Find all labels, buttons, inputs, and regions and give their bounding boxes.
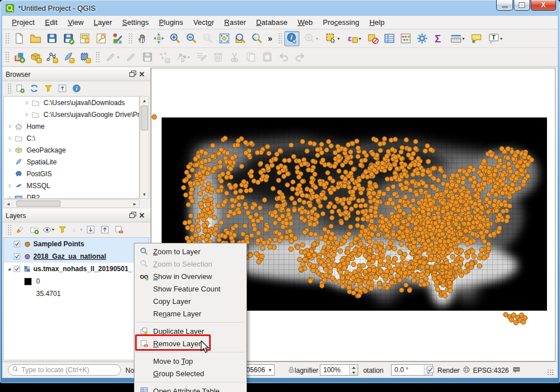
expander-collapsed-icon[interactable] [23, 99, 31, 106]
text-annotation-button[interactable]: T▾ [485, 31, 505, 46]
magnifier-spinbox[interactable]: 100% [320, 364, 358, 376]
expand-all-button[interactable] [84, 223, 97, 236]
processing-toolbox-button[interactable] [414, 31, 429, 46]
dropdown-arrow[interactable]: ▾ [52, 227, 54, 232]
spin-buttons[interactable] [349, 365, 358, 375]
zoom-in-button[interactable] [167, 31, 183, 46]
menu-layer[interactable]: Layer [89, 16, 118, 28]
expander-collapsed-icon[interactable] [6, 135, 14, 142]
browser-item-db2[interactable]: DB2DB2 [4, 191, 139, 199]
browser-item-c-users-ujaval-downloads[interactable]: C:\Users\ujaval\Downloads [4, 97, 139, 108]
menu-item-move-to-top[interactable]: Move to Top [134, 355, 246, 367]
browser-item-mssql[interactable]: MSSQL [4, 180, 139, 191]
dropdown-arrow[interactable]: ▾ [316, 36, 318, 41]
title-bar[interactable]: *Untitled Project - QGIS [0, 0, 560, 16]
layer-visibility-checkbox[interactable] [13, 265, 22, 273]
menu-project[interactable]: Project [7, 16, 40, 28]
browser-item-postgis[interactable]: PostGIS [4, 168, 139, 180]
float-panel-icon[interactable] [127, 211, 137, 220]
browser-vertical-scrollbar[interactable]: ▲ ▼ [140, 96, 149, 199]
map-tips-button[interactable] [468, 31, 484, 46]
collapse-all-button[interactable] [98, 223, 111, 236]
dropdown-arrow[interactable]: ▾ [117, 55, 119, 60]
messages-icon[interactable] [512, 365, 521, 376]
browser-item-c-users-ujaval-google-drive-pro[interactable]: C:\Users\ujaval\Google Drive\Pro [4, 108, 139, 120]
expander-collapsed-icon[interactable] [6, 182, 14, 189]
locator-search-box[interactable]: Type to locate (Ctrl+K) [8, 364, 121, 376]
toolbar-handle[interactable] [128, 32, 133, 45]
toolbar-handle[interactable] [7, 224, 12, 236]
zoom-out-button[interactable] [184, 31, 199, 46]
layer-styling-button[interactable] [14, 223, 27, 236]
new-project-button[interactable] [11, 31, 27, 46]
field-calculator-button[interactable] [398, 31, 413, 46]
new-virtual-layer-button[interactable]: * [77, 50, 92, 65]
deselect-features-button[interactable] [365, 31, 380, 46]
browser-collapse-all-button[interactable] [56, 82, 69, 95]
filter-legend-button[interactable] [56, 223, 69, 236]
zoom-to-selection-button[interactable] [249, 31, 264, 46]
open-project-button[interactable] [28, 31, 43, 46]
toolbar-handle[interactable] [5, 51, 10, 63]
float-panel-icon[interactable] [127, 70, 137, 79]
zoom-to-layer-button[interactable] [233, 31, 248, 46]
expander-collapsed-icon[interactable] [23, 111, 31, 118]
menu-plugins[interactable]: Plugins [154, 16, 188, 28]
menu-vector[interactable]: Vector [188, 16, 219, 28]
menu-item-show-feature-count[interactable]: Show Feature Count [134, 282, 246, 295]
menu-web[interactable]: Web [293, 16, 318, 28]
new-shapefile-layer-button[interactable]: * [44, 50, 59, 65]
menu-help[interactable]: Help [364, 16, 390, 28]
toolbar-handle[interactable] [95, 51, 100, 63]
browser-properties-button[interactable]: i [70, 82, 83, 95]
layer-visibility-checkbox[interactable] [13, 252, 22, 260]
minimize-button[interactable] [496, 0, 513, 11]
browser-refresh-button[interactable] [28, 82, 41, 95]
dropdown-arrow[interactable]: ▾ [188, 55, 190, 60]
close-panel-icon[interactable]: ✕ [137, 211, 147, 220]
open-attribute-table-button[interactable] [381, 31, 397, 46]
menu-item-zoom-to-layer[interactable]: Zoom to Layer [134, 245, 246, 258]
save-project-button[interactable] [44, 31, 59, 46]
browser-item-home[interactable]: Home [4, 120, 139, 132]
render-checkbox[interactable] [426, 365, 435, 374]
dropdown-arrow[interactable]: ▾ [359, 36, 361, 41]
browser-item-spatialite[interactable]: SpatiaLite [4, 156, 139, 168]
layer-item-sampled-points[interactable]: Sampled Points [4, 238, 149, 250]
pan-map-button[interactable] [134, 31, 150, 46]
crs-globe-icon[interactable] [462, 365, 471, 376]
crs-value[interactable]: EPSG:4326 [473, 367, 509, 374]
browser-horizontal-scrollbar[interactable]: ◄ ► [3, 199, 140, 208]
menu-database[interactable]: Database [251, 16, 293, 28]
measure-button[interactable]: ▾ [447, 31, 467, 46]
maximize-button[interactable] [514, 0, 530, 11]
toolbar-handle[interactable] [5, 32, 10, 45]
menu-item-group-selected[interactable]: Group Selected [134, 367, 246, 380]
lock-scale-icon[interactable] [287, 365, 296, 376]
resize-grip[interactable] [547, 369, 554, 376]
save-project-as-button[interactable] [60, 31, 76, 46]
expander-collapsed-icon[interactable] [6, 194, 14, 199]
browser-filter-button[interactable] [42, 82, 55, 95]
browser-add-layer-button[interactable] [14, 82, 27, 95]
statistical-summary-button[interactable]: Σ [431, 31, 446, 46]
layer-item-us-tmax-nohads-ll-20190501[interactable]: us.tmax_nohads_ll_20190501_ [4, 263, 149, 275]
layer-visibility-checkbox[interactable] [13, 240, 22, 248]
toolbar-handle[interactable] [277, 32, 283, 45]
expander-expanded-icon[interactable] [5, 265, 13, 272]
toolbar-handle[interactable] [7, 82, 12, 95]
expander-collapsed-icon[interactable] [6, 123, 14, 130]
manage-map-themes-button[interactable]: ▾ [42, 223, 55, 236]
close-button[interactable]: X [531, 0, 556, 11]
menu-item-copy-layer[interactable]: Copy Layer [134, 295, 246, 307]
identify-features-button[interactable]: i [284, 31, 299, 46]
pan-to-selection-button[interactable] [151, 31, 166, 46]
new-geopackage-layer-button[interactable]: * [28, 50, 43, 65]
select-features-button[interactable]: ▾ [322, 31, 342, 46]
expander-collapsed-icon[interactable] [6, 147, 14, 154]
dropdown-arrow[interactable]: ▾ [337, 36, 340, 41]
style-manager-button[interactable]: a [110, 31, 125, 46]
menu-raster[interactable]: Raster [219, 16, 251, 28]
select-by-expression-button[interactable]: ε▾ [344, 31, 364, 46]
menu-processing[interactable]: Processing [318, 16, 364, 28]
